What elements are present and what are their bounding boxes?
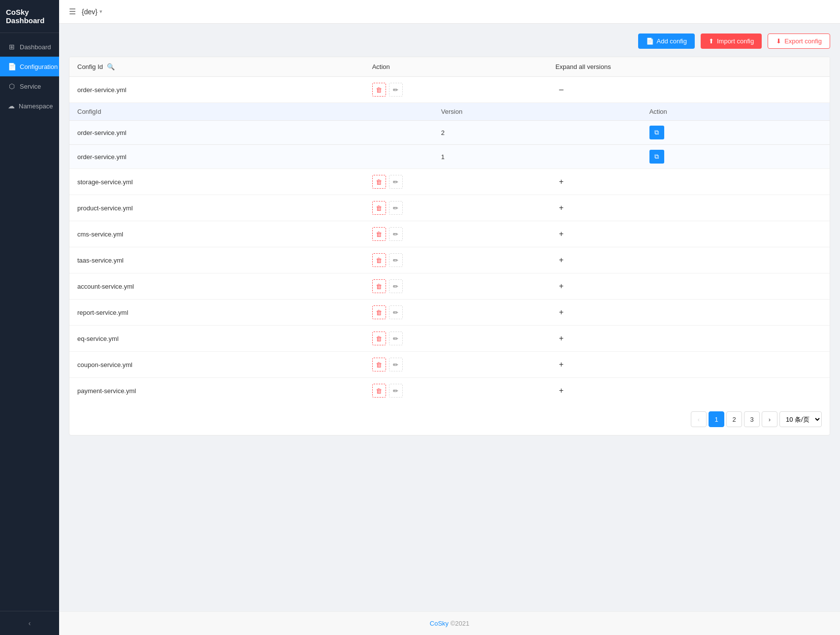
expand-icon[interactable]: + [555,306,567,318]
page-size-select[interactable]: 10 条/页 20 条/页 50 条/页 [779,411,822,427]
edit-button[interactable]: ✏ [389,279,403,293]
edit-button[interactable]: ✏ [389,358,403,371]
config-id-cell: coupon-service.yml [69,352,364,378]
config-id-cell: storage-service.yml [69,169,364,195]
config-id-cell: payment-service.yml [69,378,364,404]
delete-button[interactable]: 🗑 [372,83,386,97]
expand-cell: + [548,300,830,326]
delete-button[interactable]: 🗑 [372,227,386,241]
pagination-page-2-button[interactable]: 2 [726,411,742,427]
sub-col-action: Action [642,103,830,121]
table-row: eq-service.yml 🗑 ✏ + [69,326,830,352]
expand-icon[interactable]: + [555,228,567,240]
edit-button[interactable]: ✏ [389,384,403,398]
action-buttons: 🗑 ✏ [372,305,540,319]
menu-toggle-icon[interactable]: ☰ [69,7,76,16]
delete-button[interactable]: 🗑 [372,175,386,189]
pagination-prev-button[interactable]: ‹ [691,411,707,427]
import-config-button[interactable]: ⬆ Import config [701,33,762,49]
table-row: order-service.yml 🗑 ✏ – [69,77,830,103]
header: ☰ {dev} ▾ [59,0,840,24]
config-id-search-icon[interactable]: 🔍 [107,63,115,70]
add-config-icon: 📄 [646,37,654,45]
delete-button[interactable]: 🗑 [372,305,386,319]
delete-button[interactable]: 🗑 [372,384,386,398]
pagination-page-3-button[interactable]: 3 [744,411,760,427]
configuration-icon: 📄 [8,63,16,70]
delete-button[interactable]: 🗑 [372,279,386,293]
sidebar-item-namespace[interactable]: ☁ Namespace [0,96,59,116]
edit-button[interactable]: ✏ [389,253,403,267]
action-cell: 🗑 ✏ [364,378,548,404]
action-buttons: 🗑 ✏ [372,332,540,345]
edit-button[interactable]: ✏ [389,305,403,319]
pagination-page-1-button[interactable]: 1 [709,411,724,427]
edit-button[interactable]: ✏ [389,83,403,97]
edit-button[interactable]: ✏ [389,227,403,241]
action-buttons: 🗑 ✏ [372,175,540,189]
sidebar-item-dashboard[interactable]: ⊞ Dashboard [0,37,59,57]
version-row: order-service.yml 1 ⧉ [69,145,830,169]
table-row: storage-service.yml 🗑 ✏ + [69,169,830,195]
sidebar-item-configuration[interactable]: 📄 Configuration [0,57,59,76]
expand-icon[interactable]: + [555,333,567,344]
expand-cell: + [548,326,830,352]
sidebar-logo: CoSky Dashboard [0,0,59,33]
dashboard-icon: ⊞ [8,43,16,51]
action-cell: 🗑 ✏ [364,195,548,221]
delete-button[interactable]: 🗑 [372,332,386,345]
action-buttons: 🗑 ✏ [372,201,540,215]
expand-cell: + [548,195,830,221]
action-buttons: 🗑 ✏ [372,83,540,97]
sidebar-item-label-namespace: Namespace [19,102,53,110]
expand-icon[interactable]: + [555,254,567,266]
action-buttons: 🗑 ✏ [372,279,540,293]
version-config-id: order-service.yml [69,121,433,145]
expand-cell: + [548,247,830,273]
add-config-button[interactable]: 📄 Add config [638,33,695,49]
config-id-cell: product-service.yml [69,195,364,221]
edit-button[interactable]: ✏ [389,201,403,215]
edit-button[interactable]: ✏ [389,175,403,189]
expand-icon[interactable]: + [555,202,567,214]
sidebar-nav: ⊞ Dashboard 📄 Configuration ⬡ Service ☁ … [0,33,59,611]
delete-button[interactable]: 🗑 [372,253,386,267]
expand-icon[interactable]: + [555,359,567,370]
col-expand-header: Expand all versions [548,57,830,77]
edit-button[interactable]: ✏ [389,332,403,345]
expand-cell: + [548,378,830,404]
sub-col-version: Version [433,103,642,121]
breadcrumb-chevron-icon: ▾ [99,8,102,15]
view-version-button[interactable]: ⧉ [649,150,664,164]
content-area: 📄 Add config ⬆ Import config ⬇ Export co… [59,24,840,611]
expand-cell: + [548,352,830,378]
action-cell: 🗑 ✏ [364,169,548,195]
export-config-button[interactable]: ⬇ Export config [768,33,830,49]
sidebar-collapse-button[interactable]: ‹ [0,611,59,635]
action-cell: 🗑 ✏ [364,221,548,247]
service-icon: ⬡ [8,82,16,90]
table-row: cms-service.yml 🗑 ✏ + [69,221,830,247]
action-cell: 🗑 ✏ [364,300,548,326]
pagination-next-button[interactable]: › [762,411,777,427]
view-version-button[interactable]: ⧉ [649,126,664,139]
expand-icon[interactable]: + [555,176,567,188]
delete-button[interactable]: 🗑 [372,358,386,371]
footer-brand-link[interactable]: CoSky [430,620,449,627]
expand-icon[interactable]: + [555,385,567,397]
expand-icon[interactable]: + [555,280,567,292]
sidebar-item-label-configuration: Configuration [20,63,58,70]
delete-button[interactable]: 🗑 [372,201,386,215]
action-buttons: 🗑 ✏ [372,253,540,267]
version-number: 2 [433,121,642,145]
breadcrumb[interactable]: {dev} ▾ [82,8,102,16]
config-id-cell: cms-service.yml [69,221,364,247]
import-config-label: Import config [717,37,754,45]
action-cell: 🗑 ✏ [364,247,548,273]
sub-table-row: ConfigId Version Action order-service.ym… [69,103,830,169]
collapse-icon[interactable]: – [555,84,567,96]
col-config-id-header: Config Id 🔍 [69,57,364,77]
version-row: order-service.yml 2 ⧉ [69,121,830,145]
expand-cell: + [548,221,830,247]
sidebar-item-service[interactable]: ⬡ Service [0,76,59,96]
